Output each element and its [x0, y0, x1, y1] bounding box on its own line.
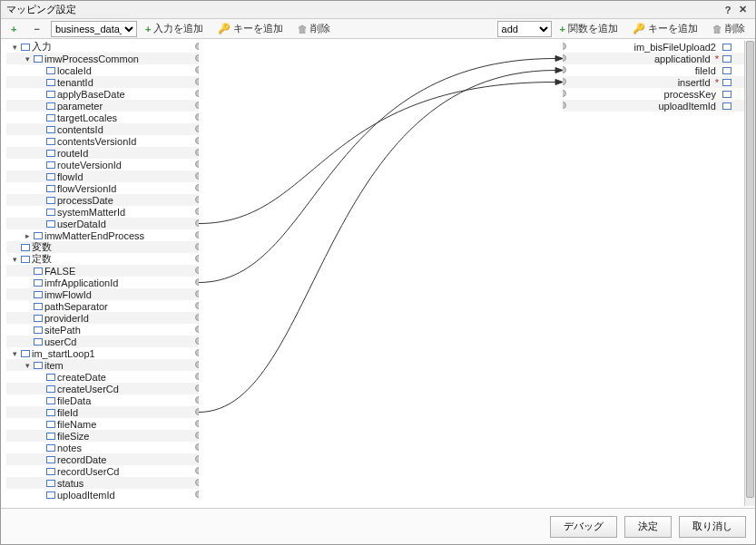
delete-left-button[interactable]: 🗑削除 [291, 21, 337, 37]
source-row[interactable]: providerId [6, 312, 199, 324]
target-row[interactable]: uploadItemId [563, 100, 750, 112]
source-row[interactable]: userDataId [6, 218, 199, 229]
help-icon[interactable]: ? [721, 5, 735, 15]
source-row[interactable]: FALSE [6, 265, 199, 277]
node-label: flowVersionId [57, 183, 116, 194]
source-row[interactable]: flowVersionId [6, 182, 199, 194]
source-row[interactable]: fileName [6, 418, 199, 430]
field-icon [34, 326, 43, 334]
source-row[interactable]: systemMatterId [6, 206, 199, 218]
source-row[interactable]: parameter [6, 100, 199, 112]
source-row[interactable]: contentsId [6, 123, 199, 135]
field-icon [722, 79, 731, 86]
trash-icon: 🗑 [712, 24, 722, 34]
node-label: fileName [57, 419, 96, 430]
source-row[interactable]: flowId [6, 170, 199, 182]
ok-button[interactable]: 決定 [624, 516, 672, 538]
node-label: createDate [57, 372, 106, 383]
toggle-icon[interactable]: ▾ [10, 349, 19, 358]
source-row[interactable]: tenantId [6, 76, 199, 88]
plus-icon: + [145, 24, 151, 34]
debug-button[interactable]: デバッグ [550, 516, 617, 538]
input-port[interactable] [563, 90, 566, 97]
node-label: createUserCd [57, 384, 119, 394]
source-row[interactable]: localeId [6, 64, 199, 76]
delete-right-button[interactable]: 🗑削除 [706, 21, 751, 37]
source-row[interactable]: imwFlowId [6, 288, 199, 300]
field-icon [46, 385, 55, 393]
target-select[interactable]: add [497, 21, 552, 37]
titlebar: マッピング設定 ? ✕ [1, 1, 755, 19]
toggle-icon[interactable]: ▾ [23, 54, 32, 63]
expand-all-button[interactable]: + [5, 21, 25, 37]
add-function-button[interactable]: +関数を追加 [554, 21, 624, 37]
toggle-icon[interactable]: ▾ [23, 361, 32, 370]
add-input-button[interactable]: +入力を追加 [139, 21, 210, 37]
source-row[interactable]: routeVersionId [6, 159, 199, 170]
source-row[interactable]: imfrApplicationId [6, 277, 199, 288]
input-port[interactable] [563, 102, 566, 109]
source-row[interactable]: sitePath [6, 324, 199, 336]
source-row[interactable]: status [6, 477, 199, 489]
source-row[interactable]: uploadItemId [6, 489, 199, 501]
toggle-icon[interactable]: ▸ [23, 231, 32, 240]
source-row[interactable]: fileId [6, 406, 199, 418]
node-label: insertId [678, 77, 711, 88]
source-row[interactable]: ▾定数 [6, 253, 199, 265]
source-row[interactable]: fileSize [6, 430, 199, 442]
input-port[interactable] [563, 54, 566, 62]
source-row[interactable]: recordUserCd [6, 465, 199, 477]
collapse-all-button[interactable]: − [27, 21, 48, 37]
cancel-button[interactable]: 取り消し [679, 516, 746, 538]
input-port[interactable] [563, 43, 566, 50]
vertical-scrollbar[interactable] [744, 41, 755, 506]
node-label: fileSize [57, 431, 89, 442]
input-port[interactable] [563, 66, 566, 73]
node-label: fileId [695, 65, 716, 76]
field-icon [46, 126, 55, 133]
plus-icon: + [11, 24, 16, 34]
source-tree[interactable]: ▾入力▾imwProcessCommonlocaleIdtenantIdappl… [6, 41, 199, 504]
node-label: localeId [57, 65, 92, 76]
mapping-canvas[interactable] [199, 41, 563, 504]
input-port[interactable] [563, 78, 566, 85]
target-row[interactable]: fileId [563, 64, 750, 76]
source-row[interactable]: pathSeparator [6, 300, 199, 312]
source-select[interactable]: business_data_st [51, 21, 137, 37]
target-row[interactable]: processKey [563, 88, 750, 100]
add-key-right-button[interactable]: 🔑キーを追加 [626, 21, 704, 37]
add-key-left-button[interactable]: 🔑キーを追加 [211, 21, 290, 37]
object-icon [21, 350, 30, 357]
field-icon [46, 114, 55, 122]
target-row[interactable]: im_bisFileUpload2 [563, 41, 750, 53]
scrollbar-thumb[interactable] [746, 41, 754, 498]
field-icon [46, 185, 55, 192]
source-row[interactable]: ▾imwProcessCommon [6, 53, 199, 64]
source-row[interactable]: contentsVersionId [6, 135, 199, 147]
source-row[interactable]: fileData [6, 394, 199, 406]
source-row[interactable]: notes [6, 442, 199, 453]
minus-icon: − [34, 24, 39, 34]
close-icon[interactable]: ✕ [735, 4, 750, 15]
source-row[interactable]: applyBaseDate [6, 88, 199, 100]
field-icon [46, 480, 55, 487]
source-row[interactable]: ▾入力 [6, 41, 199, 53]
toggle-icon[interactable]: ▾ [10, 255, 19, 264]
source-row[interactable]: routeId [6, 147, 199, 159]
source-row[interactable]: ▾im_startLoop1 [6, 347, 199, 359]
source-row[interactable]: createUserCd [6, 383, 199, 394]
toggle-icon[interactable]: ▾ [10, 43, 19, 52]
source-row[interactable]: ▾item [6, 359, 199, 371]
source-row[interactable]: createDate [6, 371, 199, 383]
target-row[interactable]: applicationId* [563, 53, 750, 64]
object-icon [34, 232, 43, 239]
target-tree[interactable]: im_bisFileUpload2applicationId*fileIdins… [563, 41, 750, 504]
field-icon [46, 102, 55, 110]
source-row[interactable]: userCd [6, 336, 199, 347]
node-label: uploadItemId [57, 490, 115, 501]
source-row[interactable]: recordDate [6, 453, 199, 465]
target-row[interactable]: insertId* [563, 76, 750, 88]
node-label: imwFlowId [44, 289, 92, 300]
source-row[interactable]: targetLocales [6, 112, 199, 123]
source-row[interactable]: processDate [6, 194, 199, 206]
